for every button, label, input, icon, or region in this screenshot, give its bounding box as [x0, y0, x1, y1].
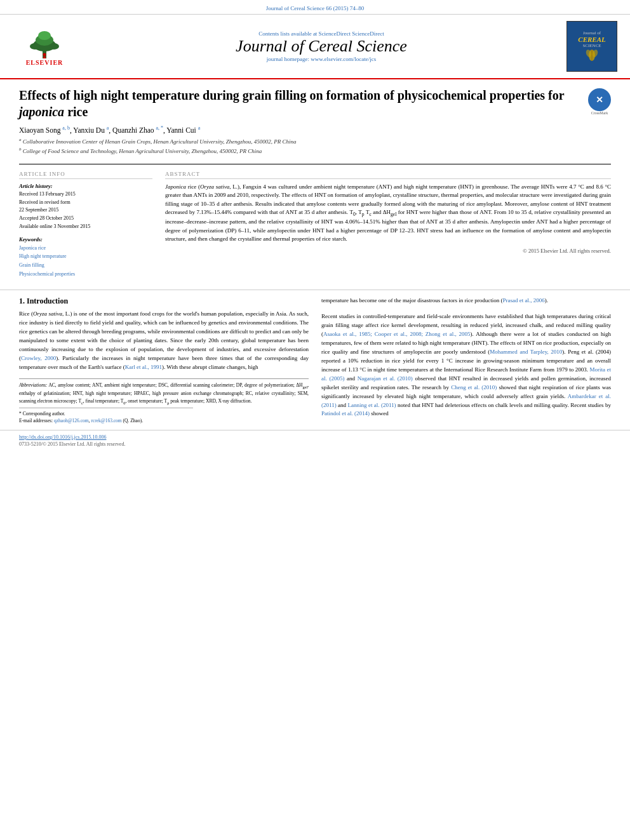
ref-lanning[interactable]: Lanning et al. (2011) — [347, 402, 396, 408]
crossmark-icon: ✕ — [588, 88, 611, 111]
footnotes-section: Abbreviations: AC, amylose content; ANT,… — [19, 378, 309, 425]
svg-rect-8 — [43, 57, 46, 58]
ref-nagarajan[interactable]: Nagarajan et al. (2010) — [358, 375, 413, 382]
author-yanni: Yanni Cui a — [166, 126, 200, 134]
affiliations: a Collaborative Innovation Center of Hen… — [19, 137, 611, 156]
ref-mohammed[interactable]: Mohammed and Tarpley, 2010 — [490, 349, 562, 355]
info-abstract-cols: ARTICLE INFO Article history: Received 1… — [19, 164, 611, 278]
body-left-col: 1. Introduction Rice (Oryza sativa, L.) … — [19, 297, 309, 425]
cereal-science-logo: Journal of CEREAL SCIENCE — [566, 21, 617, 72]
article-info-col: ARTICLE INFO Article history: Received 1… — [19, 171, 152, 278]
history-item-2: 22 September 2015 — [19, 206, 152, 215]
history-item-0: Received 13 February 2015 — [19, 190, 152, 199]
footnote-divider — [19, 408, 193, 408]
article-main: Effects of high night temperature during… — [0, 79, 630, 284]
elsevier-text-label: ELSEVIER — [26, 59, 64, 66]
journal-main-title: Journal of Cereal Science — [76, 37, 566, 56]
sciencedirect-text: Contents lists available at ScienceDirec… — [76, 30, 566, 37]
crossmark-badge: ✕ CrossMark — [588, 88, 611, 111]
author-xiaoyan: Xiaoyan Song a, b — [19, 126, 70, 134]
elsevier-logo-section: ELSEVIER — [13, 27, 76, 66]
keywords-list: Japonica rice High night temperature Gra… — [19, 244, 152, 278]
keyword-2: Grain filling — [19, 261, 152, 270]
svg-point-6 — [49, 43, 59, 50]
journal-header: ELSEVIER Contents lists available at Sci… — [0, 15, 630, 79]
history-item-1: Received in revised form — [19, 199, 152, 207]
journal-title-section: Contents lists available at ScienceDirec… — [76, 30, 566, 62]
article-info-heading: ARTICLE INFO — [19, 171, 152, 179]
body-two-col: 1. Introduction Rice (Oryza sativa, L.) … — [19, 297, 611, 425]
authors-line: Xiaoyan Song a, b, Yanxiu Du a, Quanzhi … — [19, 125, 611, 134]
journal-ref-bar: Journal of Cereal Science 66 (2015) 74–8… — [0, 0, 630, 15]
footnote-email: E-mail addresses: qzhaoh@126.com, rcrek@… — [19, 417, 309, 425]
email-link-1[interactable]: qzhaoh@126.com — [54, 418, 89, 423]
history-item-4: Available online 3 November 2015 — [19, 223, 152, 231]
affiliation-b: b College of Food Science and Technology… — [19, 146, 611, 156]
ref-patindol[interactable]: Patindol et al. (2014) — [321, 410, 370, 417]
intro-right-text-1: temperature has become one of the major … — [321, 297, 611, 305]
history-item-3: Accepted 28 October 2015 — [19, 215, 152, 223]
ref-asaoka[interactable]: Asaoka et al., 1985; Cooper et al., 2008… — [323, 331, 471, 337]
title-section: Effects of high night temperature during… — [19, 87, 611, 120]
keywords-section: Keywords: Japonica rice High night tempe… — [19, 236, 152, 278]
article-history-title: Article history: — [19, 183, 152, 189]
sciencedirect-link[interactable]: ScienceDirect — [352, 30, 384, 37]
keyword-0: Japonica rice — [19, 244, 152, 253]
footnote-abbreviations: Abbreviations: AC, amylose content; ANT,… — [19, 382, 309, 406]
author-yanxiu: Yanxiu Du a — [73, 126, 109, 134]
keywords-title: Keywords: — [19, 236, 152, 243]
article-title: Effects of high night temperature during… — [19, 87, 582, 120]
copyright-text: © 2015 Elsevier Ltd. All rights reserved… — [165, 248, 611, 254]
ref-karl[interactable]: Karl et al., 1991 — [125, 364, 162, 370]
ref-cheng[interactable]: Cheng et al. (2010) — [451, 384, 497, 390]
homepage-link[interactable]: www.elsevier.com/locate/jcs — [311, 56, 376, 62]
intro-right-text-2: Recent studies in controlled-temperature… — [321, 312, 611, 418]
page: Journal of Cereal Science 66 (2015) 74–8… — [0, 0, 630, 840]
keyword-3: Physicochemical properties — [19, 270, 152, 279]
intro-section-title: 1. Introduction — [19, 297, 309, 306]
body-section: 1. Introduction Rice (Oryza sativa, L.) … — [0, 290, 630, 425]
article-history-section: Article history: Received 13 February 20… — [19, 183, 152, 231]
ref-crowley[interactable]: Crowley, 2000 — [21, 355, 56, 361]
ref-prasad[interactable]: Prasad et al., 2006 — [502, 297, 544, 303]
doi-link[interactable]: http://dx.doi.org/10.1016/j.jcs.2015.10.… — [19, 434, 611, 440]
abstract-text: Japonica rice (Oryza sativa, L.), Fangxi… — [165, 183, 611, 244]
footnote-corresponding: * Corresponding author. — [19, 410, 309, 418]
svg-point-4 — [38, 31, 51, 40]
issn-text: 0733-5210/© 2015 Elsevier Ltd. All right… — [19, 441, 125, 447]
abstract-heading: ABSTRACT — [165, 171, 611, 179]
homepage-text: journal homepage: www.elsevier.com/locat… — [76, 56, 566, 62]
svg-point-7 — [43, 53, 46, 56]
journal-ref: Journal of Cereal Science 66 (2015) 74–8… — [266, 5, 364, 11]
page-bottom: http://dx.doi.org/10.1016/j.jcs.2015.10.… — [0, 430, 630, 451]
author-quanzhi: Quanzhi Zhao a, * — [112, 126, 163, 134]
affiliation-a: a Collaborative Innovation Center of Hen… — [19, 137, 611, 147]
keyword-1: High night temperature — [19, 252, 152, 261]
crossmark-label: CrossMark — [588, 111, 611, 115]
email-link-2[interactable]: rcrek@163.com — [91, 418, 121, 423]
grain-icon — [582, 48, 601, 62]
intro-left-text: Rice (Oryza sativa, L.) is one of the mo… — [19, 310, 309, 372]
svg-point-5 — [30, 43, 40, 50]
abstract-col: ABSTRACT Japonica rice (Oryza sativa, L.… — [165, 171, 611, 278]
body-right-col: temperature has become one of the major … — [321, 297, 611, 425]
elsevier-tree-logo — [22, 27, 67, 59]
